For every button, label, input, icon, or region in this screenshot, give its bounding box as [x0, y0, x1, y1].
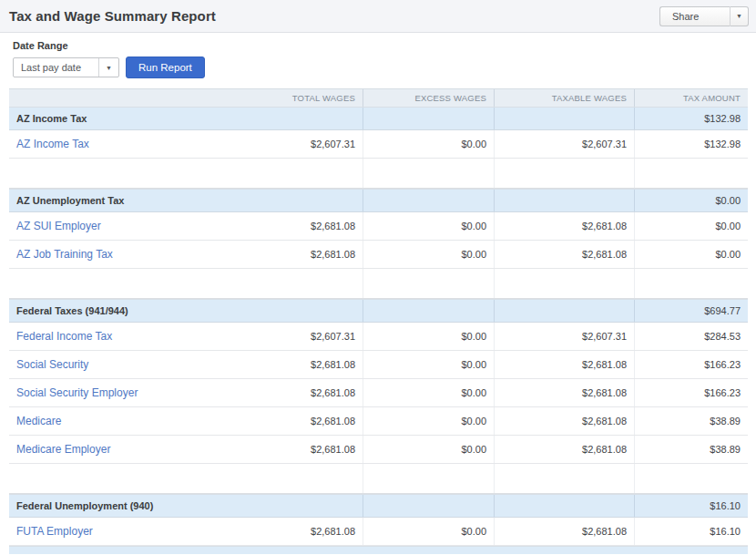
row-name-cell: Medicare$2,681.08 — [9, 407, 363, 435]
group-cell — [494, 190, 634, 211]
group-cell — [363, 108, 494, 129]
table-body: AZ Income Tax$132.98AZ Income Tax$2,607.… — [9, 107, 748, 546]
group-cell — [494, 495, 634, 517]
excess-wages-value: $0.00 — [363, 407, 494, 435]
group-title: Federal Unemployment (940) — [9, 495, 363, 517]
total-wages-value: $2,681.08 — [311, 444, 363, 455]
total-wages-value: $2,681.08 — [311, 526, 363, 537]
group-cell — [363, 190, 494, 211]
caret-down-icon: ▼ — [736, 13, 742, 19]
table-row: Federal Income Tax$2,607.31$0.00$2,607.3… — [9, 323, 748, 351]
tax-amount-value: $0.00 — [634, 212, 748, 240]
tax-item-link[interactable]: AZ Job Training Tax — [16, 248, 113, 261]
group-cell — [494, 108, 634, 129]
table-row: Social Security$2,681.08$0.00$2,681.08$1… — [9, 351, 748, 379]
date-range-selected-value: Last pay date — [14, 62, 81, 73]
tax-item-link[interactable]: Medicare — [16, 415, 61, 427]
group-title: AZ Income Tax — [9, 108, 363, 129]
row-name-cell: Social Security$2,681.08 — [9, 351, 363, 378]
group-tax-amount: $0.00 — [634, 190, 748, 211]
table-row: AZ Job Training Tax$2,681.08$0.00$2,681.… — [9, 241, 748, 269]
table-row: AZ SUI Employer$2,681.08$0.00$2,681.08$0… — [9, 212, 748, 241]
tax-item-link[interactable]: Social Security — [16, 358, 88, 371]
caret-down-icon: ▼ — [98, 58, 118, 77]
share-button-group: Share ▼ — [659, 6, 749, 26]
taxable-wages-value: $2,681.08 — [494, 351, 634, 378]
row-name-cell: Social Security Employer$2,681.08 — [9, 379, 363, 406]
tax-item-link[interactable]: Federal Income Tax — [16, 330, 112, 343]
row-name-cell: AZ SUI Employer$2,681.08 — [9, 212, 363, 240]
group-tax-amount: $694.77 — [634, 300, 748, 322]
taxable-wages-value: $2,607.31 — [494, 323, 634, 350]
excess-wages-value: $0.00 — [363, 518, 494, 545]
spacer-cell — [494, 269, 634, 298]
spacer-row — [9, 159, 748, 189]
spacer-cell — [9, 269, 363, 298]
table-row: Medicare$2,681.08$0.00$2,681.08$38.89 — [9, 407, 748, 436]
table-row: Social Security Employer$2,681.08$0.00$2… — [9, 379, 748, 407]
total-wages-value: $2,681.08 — [311, 221, 363, 231]
row-name-cell: Medicare Employer$2,681.08 — [9, 436, 363, 463]
spacer-cell — [634, 269, 748, 298]
tax-item-link[interactable]: FUTA Employer — [16, 525, 93, 538]
tax-amount-value: $38.89 — [634, 436, 748, 463]
taxable-wages-value: $2,681.08 — [494, 212, 634, 240]
spacer-cell — [363, 464, 494, 493]
group-cell — [494, 300, 634, 322]
row-name-cell: FUTA Employer$2,681.08 — [9, 518, 363, 545]
share-button[interactable]: Share — [659, 6, 730, 26]
spacer-cell — [9, 464, 363, 493]
tax-amount-value: $132.98 — [634, 130, 748, 158]
table-header-row: TOTAL WAGES EXCESS WAGES TAXABLE WAGES T… — [9, 88, 748, 107]
group-title: Federal Taxes (941/944) — [9, 300, 363, 322]
taxable-wages-value: $2,681.08 — [494, 518, 634, 545]
taxable-wages-value: $2,681.08 — [494, 379, 634, 406]
excess-wages-value: $0.00 — [363, 323, 494, 350]
group-cell — [363, 495, 494, 517]
report-controls: Date Range Last pay date ▼ Run Report — [0, 33, 756, 88]
excess-wages-value: $0.00 — [363, 379, 494, 406]
taxable-wages-value: $2,681.08 — [494, 407, 634, 435]
page-header: Tax and Wage Summary Report Share ▼ — [0, 0, 756, 33]
tax-item-link[interactable]: Social Security Employer — [16, 386, 138, 399]
spacer-cell — [494, 159, 634, 188]
group-header-row: Federal Unemployment (940)$16.10 — [9, 494, 748, 518]
controls-row: Last pay date ▼ Run Report — [13, 57, 756, 78]
tax-amount-value: $38.89 — [634, 407, 748, 435]
tax-amount-value: $0.00 — [634, 241, 748, 268]
total-wages-value: $2,681.08 — [311, 387, 363, 398]
excess-wages-value: $0.00 — [363, 436, 494, 463]
total-wages-value: $2,681.08 — [311, 416, 363, 427]
table-row: Medicare Employer$2,681.08$0.00$2,681.08… — [9, 436, 748, 464]
taxable-wages-value: $2,681.08 — [494, 436, 634, 463]
spacer-cell — [634, 464, 748, 493]
date-range-label: Date Range — [13, 40, 756, 51]
share-dropdown-button[interactable]: ▼ — [730, 6, 749, 26]
total-wages-value: $2,681.08 — [311, 249, 363, 260]
run-report-button[interactable]: Run Report — [126, 57, 205, 78]
date-range-select[interactable]: Last pay date ▼ — [13, 57, 119, 77]
spacer-cell — [363, 159, 494, 188]
group-header-row: Federal Taxes (941/944)$694.77 — [9, 299, 748, 323]
tax-item-link[interactable]: AZ Income Tax — [16, 138, 89, 150]
group-title: AZ Unemployment Tax — [9, 190, 363, 211]
spacer-row — [9, 464, 748, 494]
taxable-wages-value: $2,607.31 — [494, 130, 634, 158]
tax-item-link[interactable]: Medicare Employer — [16, 443, 110, 456]
row-name-cell: Federal Income Tax$2,607.31 — [9, 323, 363, 350]
tax-amount-value: $284.53 — [634, 323, 748, 350]
row-name-cell: AZ Income Tax$2,607.31 — [9, 130, 363, 158]
group-header-row: AZ Unemployment Tax$0.00 — [9, 189, 748, 212]
group-cell — [363, 300, 494, 322]
partial-next-group-row — [9, 546, 748, 554]
total-wages-value: $2,607.31 — [311, 139, 363, 149]
excess-wages-value: $0.00 — [363, 241, 494, 268]
taxable-wages-value: $2,681.08 — [494, 241, 634, 268]
spacer-cell — [494, 464, 634, 493]
group-header-row: AZ Income Tax$132.98 — [9, 107, 748, 130]
tax-amount-value: $166.23 — [634, 379, 748, 406]
tax-item-link[interactable]: AZ SUI Employer — [16, 220, 101, 232]
total-wages-value: $2,607.31 — [311, 331, 363, 342]
excess-wages-value: $0.00 — [363, 212, 494, 240]
report-table: TOTAL WAGES EXCESS WAGES TAXABLE WAGES T… — [9, 88, 748, 554]
